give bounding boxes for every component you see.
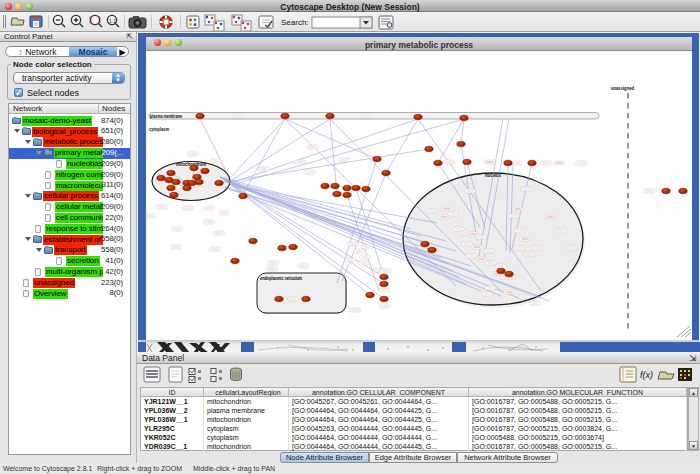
svg-text:unassigned: unassigned — [611, 86, 634, 91]
svg-text:plasma membrane: plasma membrane — [150, 114, 182, 119]
svg-text:endoplasmic reticulum: endoplasmic reticulum — [260, 276, 302, 281]
svg-text:Search:: Search: — [281, 18, 309, 27]
svg-text:1:1: 1:1 — [109, 18, 116, 24]
svg-text:cytoplasm: cytoplasm — [149, 127, 169, 132]
svg-text:f(x): f(x) — [640, 370, 653, 380]
